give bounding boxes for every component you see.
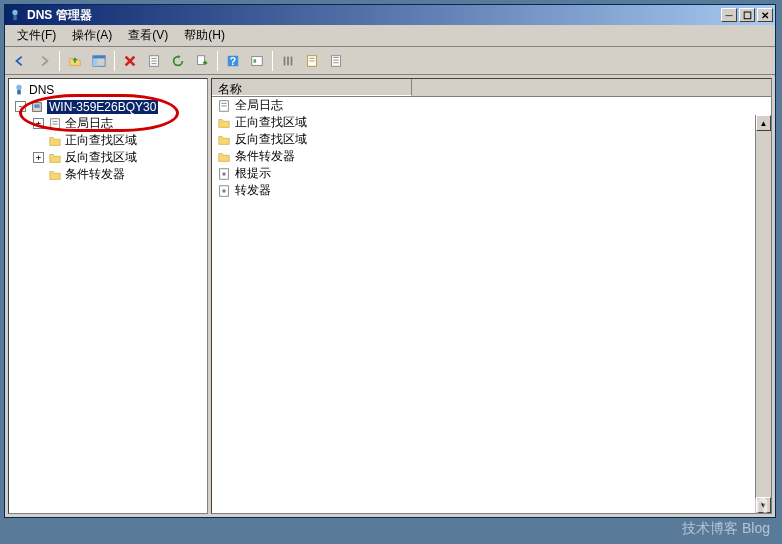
up-button[interactable] bbox=[64, 50, 86, 72]
watermark-line1: 51CTO.com bbox=[606, 488, 770, 520]
maximize-button[interactable]: ☐ bbox=[739, 8, 755, 22]
help-button[interactable]: ? bbox=[222, 50, 244, 72]
list-item-reverse-zone[interactable]: 反向查找区域 bbox=[212, 131, 771, 148]
menu-action[interactable]: 操作(A) bbox=[64, 25, 120, 46]
dns-icon bbox=[11, 82, 27, 98]
delete-button[interactable] bbox=[119, 50, 141, 72]
tree-root-label: DNS bbox=[29, 83, 54, 97]
folder-icon bbox=[47, 150, 63, 166]
scrollbar-vertical[interactable]: ▲ ▼ bbox=[755, 115, 771, 513]
list-item-global-log[interactable]: 全局日志 bbox=[212, 97, 771, 114]
folder-icon bbox=[216, 132, 232, 148]
list-item-label: 根提示 bbox=[235, 165, 271, 182]
folder-icon bbox=[47, 133, 63, 149]
tree-forward-zone[interactable]: 正向查找区域 bbox=[11, 132, 205, 149]
separator bbox=[114, 51, 115, 71]
list-item-conditional-forwarders[interactable]: 条件转发器 bbox=[212, 148, 771, 165]
list-item-label: 正向查找区域 bbox=[235, 114, 307, 131]
menu-view[interactable]: 查看(V) bbox=[120, 25, 176, 46]
svg-point-32 bbox=[222, 172, 226, 176]
tree-conditional-forwarders-label: 条件转发器 bbox=[65, 166, 125, 183]
minimize-button[interactable]: ─ bbox=[721, 8, 737, 22]
log-icon bbox=[216, 98, 232, 114]
svg-text:?: ? bbox=[230, 54, 236, 66]
server-icon bbox=[29, 99, 45, 115]
tree-conditional-forwarders[interactable]: 条件转发器 bbox=[11, 166, 205, 183]
list-item-label: 反向查找区域 bbox=[235, 131, 307, 148]
svg-rect-1 bbox=[13, 15, 17, 20]
svg-rect-15 bbox=[287, 56, 289, 65]
svg-point-21 bbox=[16, 84, 21, 89]
action2-button[interactable] bbox=[246, 50, 268, 72]
svg-point-34 bbox=[222, 189, 226, 193]
list-item-label: 转发器 bbox=[235, 182, 271, 199]
list-header: 名称 bbox=[212, 79, 771, 97]
back-button[interactable] bbox=[9, 50, 31, 72]
tree-server[interactable]: - WIN-359E26BQY30 bbox=[11, 98, 205, 115]
list-item-label: 全局日志 bbox=[235, 97, 283, 114]
folder-icon bbox=[216, 115, 232, 131]
close-button[interactable]: ✕ bbox=[757, 8, 773, 22]
watermark: 51CTO.com 技术博客 Blog bbox=[606, 488, 770, 538]
log-icon bbox=[47, 116, 63, 132]
expand-icon[interactable]: + bbox=[33, 118, 44, 129]
window-main: DNS 管理器 ─ ☐ ✕ 文件(F) 操作(A) 查看(V) 帮助(H) ? bbox=[4, 4, 776, 518]
list-item-forward-zone[interactable]: 正向查找区域 bbox=[212, 114, 771, 131]
new-zone-button[interactable] bbox=[301, 50, 323, 72]
tree-server-label: WIN-359E26BQY30 bbox=[47, 100, 158, 114]
list-panel: 名称 全局日志 正向查找区域 反向查找区域 条件转发器 bbox=[211, 78, 772, 514]
tree-forward-zone-label: 正向查找区域 bbox=[65, 132, 137, 149]
record-icon bbox=[216, 183, 232, 199]
export-button[interactable] bbox=[191, 50, 213, 72]
svg-rect-4 bbox=[93, 55, 105, 58]
scroll-up-icon[interactable]: ▲ bbox=[756, 115, 771, 131]
filter-button[interactable] bbox=[277, 50, 299, 72]
collapse-icon[interactable]: - bbox=[15, 101, 26, 112]
tree-reverse-zone-label: 反向查找区域 bbox=[65, 149, 137, 166]
svg-rect-16 bbox=[291, 56, 293, 65]
svg-rect-12 bbox=[252, 56, 263, 65]
forward-button[interactable] bbox=[33, 50, 55, 72]
menu-help[interactable]: 帮助(H) bbox=[176, 25, 233, 46]
svg-rect-22 bbox=[17, 90, 21, 94]
svg-point-0 bbox=[12, 10, 17, 15]
tree-root-dns[interactable]: DNS bbox=[11, 81, 205, 98]
toolbar: ? bbox=[5, 47, 775, 75]
refresh-button[interactable] bbox=[167, 50, 189, 72]
list-item-forwarders[interactable]: 转发器 bbox=[212, 182, 771, 199]
record-icon bbox=[216, 166, 232, 182]
window-title: DNS 管理器 bbox=[27, 7, 721, 24]
folder-icon bbox=[47, 167, 63, 183]
titlebar[interactable]: DNS 管理器 ─ ☐ ✕ bbox=[5, 5, 775, 25]
content-area: DNS - WIN-359E26BQY30 + 全局日志 正向查找区域 + 反向… bbox=[5, 75, 775, 517]
watermark-line2: 技术博客 Blog bbox=[606, 520, 770, 538]
new-record-button[interactable] bbox=[325, 50, 347, 72]
list-item-root-hints[interactable]: 根提示 bbox=[212, 165, 771, 182]
show-hide-tree-button[interactable] bbox=[88, 50, 110, 72]
folder-icon bbox=[216, 149, 232, 165]
tree-reverse-zone[interactable]: + 反向查找区域 bbox=[11, 149, 205, 166]
list-body[interactable]: 全局日志 正向查找区域 反向查找区域 条件转发器 根提示 bbox=[212, 97, 771, 513]
separator bbox=[272, 51, 273, 71]
menubar: 文件(F) 操作(A) 查看(V) 帮助(H) bbox=[5, 25, 775, 47]
column-name[interactable]: 名称 bbox=[212, 79, 412, 96]
tree-global-log[interactable]: + 全局日志 bbox=[11, 115, 205, 132]
properties-button[interactable] bbox=[143, 50, 165, 72]
app-icon bbox=[7, 7, 23, 23]
expand-icon[interactable]: + bbox=[33, 152, 44, 163]
separator bbox=[217, 51, 218, 71]
svg-rect-14 bbox=[284, 56, 286, 65]
tree-panel[interactable]: DNS - WIN-359E26BQY30 + 全局日志 正向查找区域 + 反向… bbox=[8, 78, 208, 514]
menu-file[interactable]: 文件(F) bbox=[9, 25, 64, 46]
list-item-label: 条件转发器 bbox=[235, 148, 295, 165]
svg-rect-24 bbox=[34, 104, 39, 108]
tree-global-log-label: 全局日志 bbox=[65, 115, 113, 132]
svg-rect-13 bbox=[254, 59, 257, 63]
separator bbox=[59, 51, 60, 71]
